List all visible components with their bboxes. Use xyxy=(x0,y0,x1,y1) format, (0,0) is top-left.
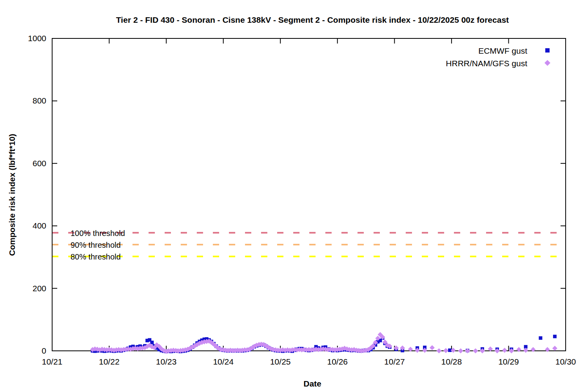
y-tick-label: 1000 xyxy=(28,34,46,43)
ecmwf-square-marker-icon xyxy=(545,48,550,53)
x-tick-label: 10/30 xyxy=(555,357,576,366)
x-axis-label: Date xyxy=(303,379,321,388)
threshold-label: 100% threshold xyxy=(71,229,125,238)
x-tick-label: 10/29 xyxy=(498,357,519,366)
y-tick-label: 800 xyxy=(33,96,46,105)
threshold-label: 80% threshold xyxy=(71,252,121,261)
x-tick-label: 10/27 xyxy=(384,357,405,366)
x-tick-label: 10/24 xyxy=(213,357,234,366)
threshold-label: 90% threshold xyxy=(71,241,121,249)
y-axis-label: Composite risk index (lbf*ft*10) xyxy=(7,134,16,256)
legend-label-ecmwf: ECMWF gust xyxy=(478,46,527,55)
x-tick-label: 10/22 xyxy=(99,357,120,366)
x-tick-label: 10/26 xyxy=(327,357,348,366)
chart-title: Tier 2 - FID 430 - Sonoran - Cisne 138kV… xyxy=(116,15,509,24)
data-point-ecmwf xyxy=(553,335,557,338)
y-tick-label: 400 xyxy=(33,221,46,230)
data-point-ecmwf xyxy=(539,336,542,340)
x-tick-label: 10/28 xyxy=(441,357,462,366)
x-tick-label: 10/25 xyxy=(270,357,291,366)
threshold-labels-group: 100% threshold90% threshold80% threshold xyxy=(71,229,125,261)
x-tick-label: 10/21 xyxy=(42,357,63,366)
composite-risk-chart: Tier 2 - FID 430 - Sonoran - Cisne 138kV… xyxy=(0,0,588,392)
y-tick-label: 200 xyxy=(33,284,46,293)
legend-label-hrrr-nam-gfs: HRRR/NAM/GFS gust xyxy=(446,59,527,68)
data-point-ecmwf xyxy=(150,341,154,344)
x-tick-label: 10/23 xyxy=(156,357,177,366)
y-tick-label: 0 xyxy=(42,346,46,355)
y-tick-label: 600 xyxy=(33,159,46,168)
